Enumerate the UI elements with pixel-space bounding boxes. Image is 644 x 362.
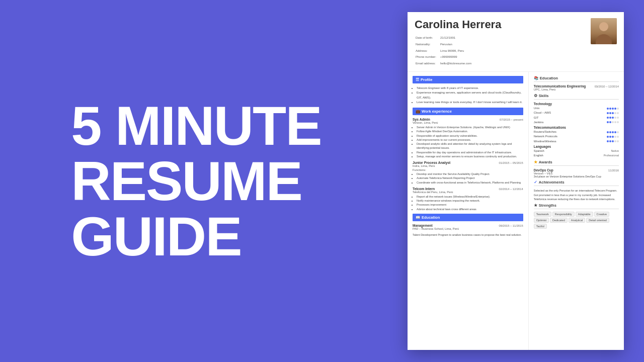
email-value: hello@kickresume.com: [440, 61, 471, 66]
edu-right-school: UPC, Lima, Perú: [534, 88, 619, 91]
strengths-tags: Teamwork Responsibility Adaptable Creati…: [534, 212, 619, 229]
edu-right-icon: 📚: [534, 76, 538, 80]
lang-name: Spanish: [534, 149, 544, 153]
job2-title: Junior Process Analyst: [413, 161, 450, 164]
title-line1: 5 MINUTE: [71, 98, 321, 153]
nationality-label: Nationality:: [416, 42, 439, 47]
skill-name: Routers/Switches: [534, 130, 556, 134]
strength-tag: Dedicated: [550, 218, 568, 223]
resume-photo: [591, 18, 617, 44]
email-label: Email address:: [416, 61, 439, 66]
skill-item: English Professional: [534, 153, 619, 158]
job2-duty: Develop and monitor the Service Availabi…: [417, 172, 523, 176]
job1-duty: Developed analytic skills and attention …: [417, 142, 523, 150]
job-3: Telcom Intern 02/2014 – 12/2014 Telefoni…: [413, 187, 523, 211]
job1-duty: Follow Agile Mindset DevOps Automation.: [417, 129, 523, 133]
edu-right-degree: Telecommunications Engineering: [534, 84, 586, 88]
skill-dots: [596, 140, 619, 142]
work-header-label: Work experience: [422, 109, 452, 114]
lang-level: Professional: [604, 153, 619, 158]
job2-company: Indra, Lima, Perú: [413, 164, 523, 167]
skill-item: Network Protocols: [534, 134, 619, 139]
strength-tag: Detail oriented: [586, 218, 609, 223]
strength-tag: Tactful: [534, 224, 547, 229]
nationality-value: Peruvian: [440, 42, 471, 47]
edu-left-desc: Talent Development Program to analize bu…: [413, 233, 523, 237]
strength-tag: Creative: [594, 212, 609, 217]
strength-tag: Analytical: [569, 218, 586, 223]
skill-item: GIT: [534, 116, 619, 120]
strength-tag: Responsibility: [552, 212, 575, 217]
profile-item: Love learning new things or tools everyd…: [417, 100, 523, 105]
skill-dots: [596, 112, 619, 114]
edu-right-date: 03/2010 – 12/2014: [595, 85, 619, 88]
strength-tag: Adaptable: [576, 212, 593, 217]
resume-body: ☰ Profile Telecom Engineer with 8 years …: [408, 72, 624, 350]
job2-date: 01/2015 – 05/2015: [499, 161, 523, 164]
job2-duty: Coordinate with cross-functional areas i…: [417, 180, 523, 185]
strengths-icon: ★: [534, 203, 537, 208]
skill-name: Unix: [534, 106, 540, 111]
left-panel: 5 MINUTE RESUME GUIDE: [0, 0, 392, 362]
title-line3: GUIDE: [71, 209, 321, 264]
job2-duties: Develop and monitor the Service Availabi…: [413, 172, 523, 185]
edu-right-section-header: 📚 Education: [534, 76, 619, 82]
skill-item: Unix: [534, 106, 619, 111]
job1-duty: Setup, manage and monitor servers to ens…: [417, 154, 523, 158]
strength-tag: Optimist: [534, 218, 549, 223]
award-item: DevOps Cup 11/2016 Verizon – VES 3rd pla…: [534, 168, 619, 178]
resume-header: Carolina Herrera Date of birth: 21/12/19…: [408, 12, 624, 72]
job3-duty: Notify maintenance windows impacting the…: [417, 199, 523, 203]
dob-value: 21/12/1991: [440, 35, 471, 41]
job2-duty: Automate Telefonica Network Reporting Pr…: [417, 176, 523, 180]
skill-dots: [596, 121, 619, 123]
job3-company: Telefonica del Peru, Lima, Perú: [413, 191, 523, 194]
job1-date: 07/2015 – present: [500, 118, 523, 121]
job1-duty: Responsible for day day operations and a…: [417, 150, 523, 154]
address-value: Lima 99999, Peru: [440, 48, 471, 54]
lang-level: Native: [611, 149, 619, 153]
awards-section-header: ★ Awards: [534, 160, 619, 166]
job-2: Junior Process Analyst 01/2015 – 05/2015…: [413, 161, 523, 185]
job3-duty: Report all the network issues (Wireless/…: [417, 195, 523, 199]
skill-dots: [596, 136, 619, 138]
profile-item: Experience managing servers, application…: [417, 90, 523, 100]
job1-duty: Add improvements to our current processe…: [417, 138, 523, 142]
phone-label: Phone number:: [416, 54, 439, 60]
skill-name: GIT: [534, 116, 539, 120]
strengths-section-header: ★ Strengths: [534, 203, 619, 209]
achievements-icon: ✓: [534, 180, 537, 185]
job1-title: Sys Admin: [413, 118, 430, 121]
skills-icon: ⚙: [534, 94, 537, 98]
skill-category-telecom: Telecommunications: [534, 126, 619, 129]
resume-right-column: 📚 Education Telecommunications Engineeri…: [529, 72, 624, 350]
profile-section-header: ☰ Profile: [413, 76, 523, 83]
skill-category-lang: Languages: [534, 145, 619, 148]
edu-left-icon: 📖: [416, 215, 420, 220]
job3-duties: Report all the network issues (Wireless/…: [413, 195, 523, 211]
title-line2: RESUME: [71, 153, 321, 209]
right-panel: Carolina Herrera Date of birth: 21/12/19…: [392, 0, 644, 362]
job3-title: Telcom Intern: [413, 187, 435, 191]
dob-label: Date of birth:: [416, 35, 439, 41]
skill-item: Wireline/Wireless: [534, 139, 619, 144]
job1-company: Verizon, Lima, Perú: [413, 121, 523, 124]
awards-header-label: Awards: [539, 160, 552, 164]
skill-dots: [596, 117, 619, 119]
skill-name: Cloud – AWS: [534, 111, 551, 115]
achievements-text: Selected as the only Peruvian for an int…: [534, 189, 619, 201]
work-icon: 💼: [416, 109, 420, 114]
phone-value: +999999999: [440, 54, 471, 60]
job1-duty: Server Admin in Verizon Enterprise Solut…: [417, 125, 523, 129]
profile-list: Telecom Engineer with 8 years of IT expe…: [413, 86, 523, 105]
strengths-header-label: Strengths: [539, 203, 556, 208]
skill-dots: [596, 131, 619, 133]
profile-icon: ☰: [416, 77, 419, 82]
skill-name: Network Protocols: [534, 134, 557, 139]
edu-left-header-label: Education: [422, 215, 440, 220]
skills-section-header: ⚙ Skills: [534, 94, 619, 100]
job3-duty: Processes improvement: [417, 203, 523, 207]
resume-left-column: ☰ Profile Telecom Engineer with 8 years …: [408, 72, 529, 350]
skill-dots: [596, 108, 619, 110]
skill-item: Routers/Switches: [534, 130, 619, 134]
